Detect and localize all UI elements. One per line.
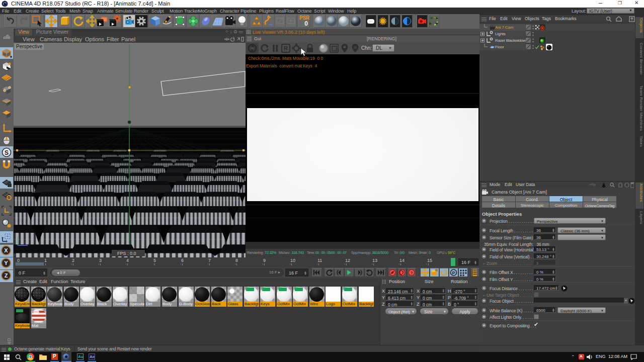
svg-text:M: M [354, 46, 357, 49]
svg-text:R: R [284, 45, 288, 51]
svg-text:Perspective: Perspective [16, 44, 43, 49]
svg-text:?: ? [410, 270, 413, 276]
svg-text:S: S [5, 149, 9, 156]
svg-text:P: P [452, 270, 455, 276]
svg-text:FPS : 0.0: FPS : 0.0 [117, 251, 136, 256]
